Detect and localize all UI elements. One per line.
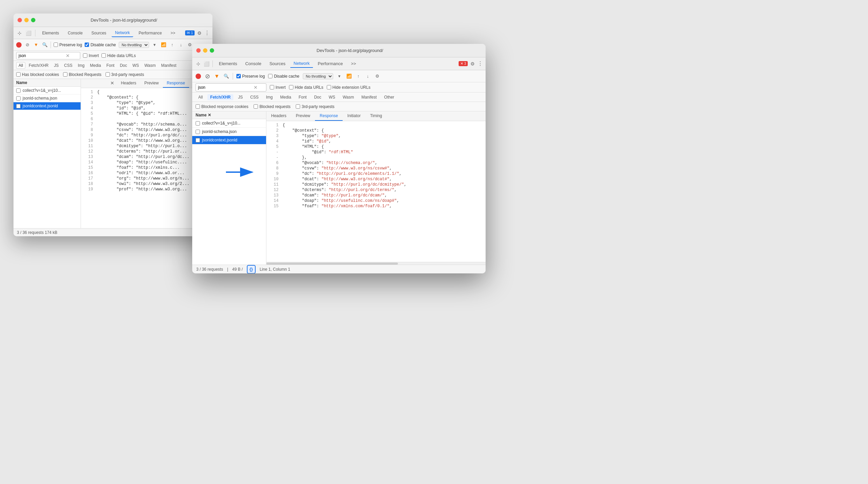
filter-tab-ws-back[interactable]: WS bbox=[131, 62, 141, 69]
inspect-icon[interactable]: ⊹ bbox=[16, 30, 23, 36]
settings-icon-back[interactable]: ⚙ bbox=[197, 30, 202, 36]
filter-tab-doc-front[interactable]: Doc bbox=[311, 94, 324, 100]
tab-performance-back[interactable]: Performance bbox=[135, 29, 165, 37]
disable-cache-label-back[interactable]: Disable cache bbox=[85, 43, 116, 47]
device-icon[interactable]: ⬜ bbox=[25, 30, 32, 36]
minimize-button-front[interactable] bbox=[203, 48, 207, 53]
tab-sources-back[interactable]: Sources bbox=[88, 29, 110, 37]
tab-elements-front[interactable]: Elements bbox=[215, 60, 240, 68]
hide-extension-urls-checkbox-front[interactable] bbox=[327, 85, 331, 89]
settings2-icon-front[interactable]: ⚙ bbox=[374, 73, 380, 79]
hide-data-urls-checkbox-back[interactable] bbox=[102, 53, 106, 58]
preserve-log-checkbox-front[interactable] bbox=[236, 74, 241, 78]
filter-tab-manifest-back[interactable]: Manifest bbox=[159, 62, 178, 69]
clear-icon-front[interactable]: ⊘ bbox=[204, 73, 210, 79]
list-item-selected-front[interactable]: jsonldcontext.jsonld bbox=[192, 136, 266, 144]
disable-cache-checkbox-back[interactable] bbox=[85, 43, 89, 47]
list-item[interactable]: collect?v=1&_v=j10... bbox=[13, 87, 81, 95]
filter-icon-back[interactable]: ▼ bbox=[33, 42, 39, 48]
filter-tab-font-front[interactable]: Font bbox=[296, 94, 309, 100]
filter-tab-xhr-front[interactable]: Fetch/XHR bbox=[207, 94, 233, 100]
detail-tab-response-front[interactable]: Response bbox=[315, 111, 343, 121]
overflow-menu-front[interactable]: ⋮ bbox=[478, 60, 483, 67]
search-icon-back[interactable]: 🔍 bbox=[42, 42, 48, 48]
upload-icon-back[interactable]: ↑ bbox=[169, 42, 175, 48]
filter-tab-ws-front[interactable]: WS bbox=[326, 94, 338, 100]
tab-more-front[interactable]: >> bbox=[348, 60, 359, 68]
detail-tab-headers-back[interactable]: Headers bbox=[117, 79, 140, 88]
hide-data-urls-checkbox-front[interactable] bbox=[289, 85, 293, 89]
filter-tab-js-front[interactable]: JS bbox=[235, 94, 245, 100]
disable-cache-checkbox-front[interactable] bbox=[268, 74, 272, 78]
record-button-front[interactable] bbox=[196, 74, 201, 79]
tab-network-front[interactable]: Network bbox=[290, 59, 313, 68]
filter-tab-js-back[interactable]: JS bbox=[52, 62, 61, 69]
close-button-front[interactable] bbox=[196, 48, 201, 53]
detail-tab-timing-front[interactable]: Timing bbox=[365, 111, 387, 121]
hide-extension-urls-label-front[interactable]: Hide extension URLs bbox=[327, 85, 371, 90]
tab-console-front[interactable]: Console bbox=[242, 60, 265, 68]
download-icon-front[interactable]: ↓ bbox=[365, 73, 371, 79]
hide-data-urls-label-front[interactable]: Hide data URLs bbox=[289, 85, 323, 90]
inspect-icon-front[interactable]: ⊹ bbox=[195, 60, 202, 67]
throttle-arrow-front[interactable]: ▾ bbox=[337, 73, 343, 79]
detail-tab-initiator-front[interactable]: Initiator bbox=[343, 111, 365, 121]
disable-cache-label-front[interactable]: Disable cache bbox=[268, 74, 299, 79]
tab-performance-front[interactable]: Performance bbox=[314, 60, 346, 68]
preserve-log-label-front[interactable]: Preserve log bbox=[236, 74, 265, 79]
invert-checkbox-front[interactable] bbox=[270, 85, 274, 89]
throttle-select-back[interactable]: No throttling bbox=[119, 42, 149, 48]
list-item-selected-back[interactable]: jsonldcontext.jsonld bbox=[13, 102, 81, 110]
detail-tab-headers-front[interactable]: Headers bbox=[266, 111, 291, 121]
upload-icon-front[interactable]: ↑ bbox=[355, 73, 361, 79]
search-clear-back[interactable]: ✕ bbox=[66, 53, 70, 58]
tab-elements-back[interactable]: Elements bbox=[39, 29, 62, 37]
third-party-cb-front[interactable] bbox=[296, 104, 300, 109]
close-button-back[interactable] bbox=[18, 18, 22, 22]
tab-console-back[interactable]: Console bbox=[64, 29, 86, 37]
record-button-back[interactable] bbox=[16, 42, 22, 48]
invert-label-back[interactable]: Invert bbox=[83, 53, 99, 58]
search-icon-front[interactable]: 🔍 bbox=[223, 73, 229, 79]
filter-tab-img-front[interactable]: Img bbox=[263, 94, 276, 100]
blocked-response-cookies-front[interactable]: Blocked response cookies bbox=[196, 104, 248, 109]
filter-tab-img-back[interactable]: Img bbox=[76, 62, 87, 69]
filter-tab-wasm-front[interactable]: Wasm bbox=[340, 94, 357, 100]
filter-tab-other-front[interactable]: Other bbox=[381, 94, 397, 100]
filter-tab-css-back[interactable]: CSS bbox=[62, 62, 75, 69]
filter-tab-font-back[interactable]: Font bbox=[104, 62, 116, 69]
filter-tab-all-back[interactable]: All bbox=[16, 62, 25, 69]
pretty-print-button[interactable]: {} bbox=[247, 265, 256, 274]
settings-icon-front[interactable]: ⚙ bbox=[470, 61, 475, 66]
list-item[interactable]: collect?v=1&_v=j10... bbox=[192, 119, 266, 128]
close-detail-back[interactable]: ✕ bbox=[108, 79, 117, 88]
filter-tab-wasm-back[interactable]: Wasm bbox=[142, 62, 158, 69]
tab-network-back[interactable]: Network bbox=[112, 29, 133, 37]
third-party-cb-back[interactable] bbox=[106, 72, 110, 77]
third-party-front[interactable]: 3rd-party requests bbox=[296, 104, 334, 109]
response-content-front[interactable]: 1{ 2 "@context": { 3 "type": "@type", 4 … bbox=[266, 121, 486, 262]
filter-tab-xhr-back[interactable]: Fetch/XHR bbox=[27, 62, 51, 69]
preserve-log-checkbox-back[interactable] bbox=[54, 43, 58, 47]
detail-tab-response-back[interactable]: Response bbox=[163, 79, 189, 88]
filter-icon-front[interactable]: ▼ bbox=[214, 73, 220, 79]
list-item[interactable]: jsonld-schema.json bbox=[13, 95, 81, 102]
tab-sources-front[interactable]: Sources bbox=[266, 60, 289, 68]
throttle-arrow-back[interactable]: ▾ bbox=[152, 42, 158, 48]
clear-icon-back[interactable]: ⊘ bbox=[24, 42, 30, 48]
maximize-button-front[interactable] bbox=[210, 48, 214, 53]
blocked-requests-front[interactable]: Blocked requests bbox=[254, 104, 290, 109]
blocked-cookies-label-back[interactable]: Has blocked cookies bbox=[16, 72, 59, 77]
download-icon-back[interactable]: ↓ bbox=[178, 42, 184, 48]
filter-tab-all-front[interactable]: All bbox=[196, 94, 205, 100]
detail-tab-preview-back[interactable]: Preview bbox=[140, 79, 163, 88]
close-name-panel[interactable]: ✕ bbox=[208, 113, 211, 117]
throttle-select-front[interactable]: No throttling bbox=[303, 73, 333, 79]
filter-tab-css-front[interactable]: CSS bbox=[248, 94, 261, 100]
filter-tab-media-back[interactable]: Media bbox=[88, 62, 103, 69]
horizontal-scrollbar[interactable] bbox=[266, 262, 486, 265]
filter-tab-manifest-front[interactable]: Manifest bbox=[359, 94, 379, 100]
third-party-label-back[interactable]: 3rd-party requests bbox=[106, 72, 144, 77]
blocked-response-cb-front[interactable] bbox=[196, 104, 200, 109]
tab-more-back[interactable]: >> bbox=[167, 29, 179, 37]
